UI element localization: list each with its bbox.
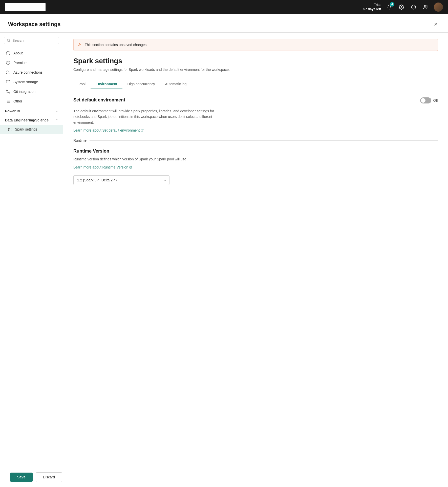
cloud-icon [6,70,10,75]
notification-bell[interactable]: 4 [385,3,393,11]
chevron-up-icon: ⌃ [55,118,58,122]
svg-point-6 [7,39,10,41]
sidebar-item-label: Premium [13,61,28,65]
runtime-version-learn-more[interactable]: Learn more about Runtime Version [73,165,438,169]
modal-footer: Save Discard [0,467,448,487]
content-area: ⚠ This section contains unsaved changes.… [63,33,448,467]
learn-more-runtime-text: Learn more about Runtime Version [73,165,128,169]
topbar-right: Trial: 57 days left 4 [363,3,443,12]
notification-badge: 4 [390,2,394,7]
set-default-env-learn-more[interactable]: Learn more about Set default environment [73,128,438,132]
svg-point-0 [401,7,402,8]
workspace-settings-modal: Workspace settings [0,14,448,487]
set-default-env-section: Set default environment Off [73,97,438,105]
sidebar-item-system-storage[interactable]: System storage [0,77,63,87]
close-button[interactable] [432,20,440,28]
trial-label: Trial: [363,3,381,7]
topbar: Trial: 57 days left 4 [0,0,448,14]
settings-icon[interactable] [397,3,406,11]
section-label: Power BI [5,109,20,113]
logo [5,3,46,11]
sidebar-item-spark-settings[interactable]: Spark settings [0,125,63,134]
runtime-label: Runtime [73,138,90,142]
sidebar-section-power-bi[interactable]: Power BI ⌄ [0,106,63,115]
help-icon[interactable] [410,3,418,11]
dropdown-value: 1.2 (Spark 3.4, Delta 2.4) [73,175,169,185]
people-icon[interactable] [422,3,430,11]
external-link-icon [141,129,144,132]
warning-icon: ⚠ [78,42,82,48]
search-input[interactable] [12,38,56,43]
git-icon [6,89,10,94]
default-env-toggle[interactable] [420,97,431,103]
chevron-down-icon: ⌄ [55,109,58,113]
sidebar-section-data-engineering[interactable]: Data Engineering/Science ⌃ [0,115,63,124]
modal-body: About Premium Azure connections [0,33,448,467]
toggle-label: Off [433,98,438,102]
sidebar-item-label: About [13,51,23,55]
storage-icon [6,80,10,84]
modal-header: Workspace settings [0,14,448,33]
page-title: Spark settings [73,57,438,65]
sliders-icon [8,127,12,131]
runtime-divider: Runtime [73,138,438,142]
search-icon [7,39,10,42]
svg-point-3 [424,5,426,7]
sidebar-subsection-data-engineering: Spark settings [0,124,63,134]
set-default-env-title: Set default environment [73,97,125,103]
avatar[interactable] [434,3,443,12]
tab-pool[interactable]: Pool [73,79,91,89]
diamond-icon [6,60,10,65]
sidebar-item-about[interactable]: About [0,48,63,58]
section-label: Data Engineering/Science [5,118,49,122]
warning-banner: ⚠ This section contains unsaved changes. [73,39,438,51]
external-link-icon-runtime [129,165,132,169]
tab-automatic-log[interactable]: Automatic log [160,79,192,89]
set-default-env-description: The default environment will provide Spa… [73,108,230,125]
runtime-version-description: Runtime version defines which version of… [73,156,230,162]
sidebar-item-label: Git integration [13,90,35,94]
sidebar-subitem-label: Spark settings [15,127,37,131]
svg-rect-14 [6,81,10,83]
warning-message: This section contains unsaved changes. [85,43,147,47]
divider-line [90,140,438,141]
svg-line-32 [142,130,143,131]
sidebar-item-azure-connections[interactable]: Azure connections [0,68,63,77]
discard-button[interactable]: Discard [36,472,62,482]
info-icon [6,51,10,55]
toggle-knob [421,98,425,103]
tab-environment[interactable]: Environment [91,79,122,89]
svg-point-15 [9,92,10,93]
sidebar-item-git-integration[interactable]: Git integration [0,87,63,96]
trial-info: Trial: 57 days left [363,3,381,11]
sidebar-item-label: System storage [13,80,38,84]
learn-more-text: Learn more about Set default environment [73,128,140,132]
set-default-env-content: Set default environment [73,97,125,105]
sidebar: About Premium Azure connections [0,33,63,467]
list-icon [6,99,10,103]
svg-line-7 [9,41,10,42]
sidebar-item-other[interactable]: Other [0,96,63,106]
page-description: Configure and manage settings for Spark … [73,67,245,72]
svg-line-33 [131,166,132,168]
search-box[interactable] [4,37,59,44]
tab-high-concurrency[interactable]: High concurrency [122,79,160,89]
trial-days: 57 days left [363,7,381,11]
modal-title: Workspace settings [8,21,60,28]
save-button[interactable]: Save [10,473,33,482]
toggle-container: Off [420,97,438,103]
svg-point-16 [6,90,8,91]
runtime-version-title: Runtime Version [73,149,438,154]
tabs: Pool Environment High concurrency Automa… [73,79,438,89]
sidebar-item-premium[interactable]: Premium [0,58,63,68]
sidebar-item-label: Azure connections [13,70,42,74]
sidebar-item-label: Other [13,99,22,103]
runtime-version-dropdown[interactable]: 1.2 (Spark 3.4, Delta 2.4) ⌄ [73,175,169,185]
